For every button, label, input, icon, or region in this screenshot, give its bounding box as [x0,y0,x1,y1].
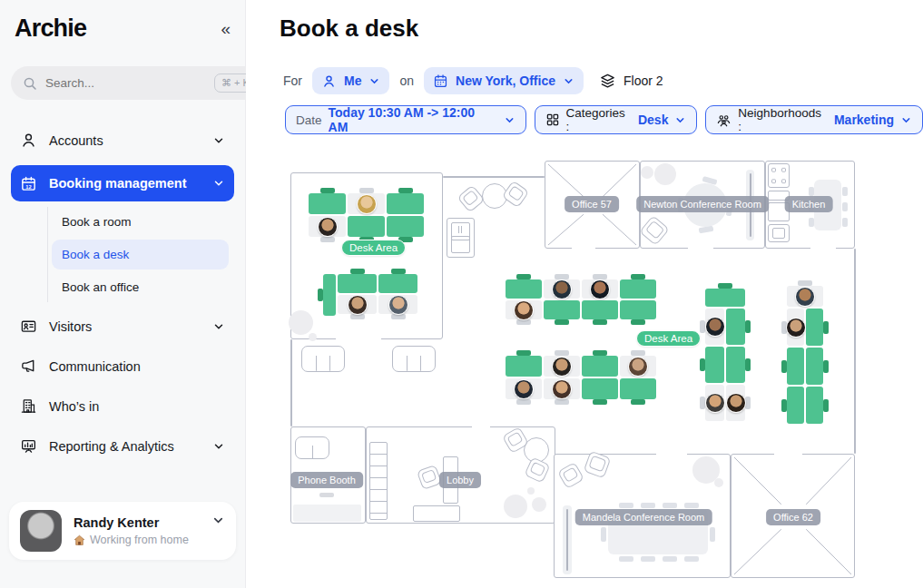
collapse-sidebar-icon[interactable]: « [221,19,231,39]
ghost-furniture [289,310,313,335]
desk-available[interactable] [705,347,724,383]
wall-segment [443,176,545,178]
desk-available[interactable] [620,378,656,399]
user-profile-card[interactable]: Randy Kenter Working from home [9,502,236,560]
desk-available[interactable] [806,348,823,385]
date-filter-label: Date [296,113,322,127]
desk-area-label: Desk Area [636,330,701,347]
chevron-down-icon [212,440,225,453]
floor-plan: Desk AreaDesk AreaOffice 57Newton Confer… [281,154,871,586]
desk-occupied[interactable] [338,295,377,314]
desk-available[interactable] [582,356,618,377]
calendar-icon: 12 [20,175,37,192]
desk-occupied[interactable] [506,378,542,399]
categories-filter[interactable]: Categories : Desk [535,105,698,134]
desk-available[interactable] [387,193,424,214]
chevron-down-icon [368,75,380,87]
ghost-furniture [504,495,527,518]
desk-available[interactable] [506,356,542,377]
sidebar-item-accounts[interactable]: Accounts [11,125,234,155]
desk-occupied[interactable] [309,216,346,237]
desk-available[interactable] [620,300,656,319]
desk-occupied[interactable] [787,286,823,307]
seat-tab [641,556,655,562]
neighborhoods-filter[interactable]: Neighborhoods : Marketing [705,105,923,134]
desk-available[interactable] [348,216,385,237]
desk-available[interactable] [806,309,823,346]
sidebar-item-communication[interactable]: Communication [11,351,234,381]
desk-available[interactable] [323,274,336,316]
desk-available[interactable] [726,347,745,383]
desk-available[interactable] [787,348,804,385]
location-value: New York, Office [456,74,555,88]
desk-available[interactable] [544,300,580,319]
floor-selector[interactable]: Floor 2 [599,73,663,90]
desk-occupied[interactable] [544,378,580,399]
door-gap [472,425,490,428]
for-label: For [283,74,302,88]
sofa2-furniture [295,436,329,459]
room-label: Mandela Conference Room [575,509,712,525]
search-input[interactable]: ⌘ + K [11,66,265,100]
ghost-furniture [532,497,546,512]
desk-occupied[interactable] [348,193,385,214]
chevron-down-icon [212,177,225,190]
desk-available[interactable] [787,387,804,424]
chair-furniture [502,181,530,209]
desk-occupied[interactable] [544,356,580,377]
seat-tab [842,187,848,196]
desk-occupied[interactable] [544,279,580,299]
desk-occupied[interactable] [620,356,656,377]
location-dropdown[interactable]: New York, Office [424,67,584,94]
door-gap [688,247,713,250]
categories-filter-label: Categories : [566,106,632,133]
desk-available[interactable] [378,274,417,293]
desk-available[interactable] [582,300,618,319]
sidebar-item-reporting-analytics[interactable]: Reporting & Analytics [11,431,234,461]
for-me-dropdown[interactable]: Me [312,67,389,94]
desk-available[interactable] [309,193,346,214]
desk-avatar [552,379,572,399]
on-label: on [399,74,414,88]
seat-tab [842,202,848,211]
desk-available[interactable] [620,279,656,299]
sidebar-item-whos-in[interactable]: Who’s in [11,391,234,421]
sidebar-item-booking-management[interactable]: 12 Booking management [11,165,234,201]
desk-available[interactable] [705,289,745,307]
sidebar-item-visitors[interactable]: Visitors [11,311,234,341]
desk-avatar [514,300,534,320]
desk-occupied[interactable] [506,300,542,319]
desk-available[interactable] [726,309,745,345]
desk-occupied[interactable] [787,309,804,346]
desk-available[interactable] [338,274,377,293]
date-filter[interactable]: Date Today 10:30 AM -> 12:00 AM [285,105,526,134]
shelf-furniture [369,442,388,520]
chevron-down-icon [674,114,686,126]
desk-occupied[interactable] [582,279,618,299]
room-label: Newton Conference Room [636,196,769,212]
neighborhoods-filter-value: Marketing [834,113,894,127]
sidebar-subitem-book-a-desk[interactable]: Book a desk [52,240,229,270]
desk-available[interactable] [806,387,823,424]
desk-occupied[interactable] [705,309,724,345]
desk-available[interactable] [506,279,542,299]
app-logo: Archie [15,15,86,43]
person-icon [321,74,337,89]
wall-segment [290,339,292,426]
id-badge-icon [20,318,37,335]
sofa-furniture [301,346,345,372]
desk-occupied[interactable] [378,295,417,314]
user-status-text: Working from home [90,534,189,546]
desk-available[interactable] [582,378,618,399]
desk-available[interactable] [387,216,424,237]
sidebar-subitem-book-a-room[interactable]: Book a room [52,207,229,237]
main-content: Book a desk For Me on New York, Office [246,0,923,588]
chevron-down-icon[interactable] [211,514,225,531]
search-field[interactable] [45,76,206,90]
stove-furniture [768,163,790,188]
desk-occupied[interactable] [705,385,724,421]
floor-value: Floor 2 [624,74,663,88]
sidebar-subitem-book-an-office[interactable]: Book an office [52,272,229,302]
mat-furniture [293,505,361,522]
desk-occupied[interactable] [726,385,745,421]
